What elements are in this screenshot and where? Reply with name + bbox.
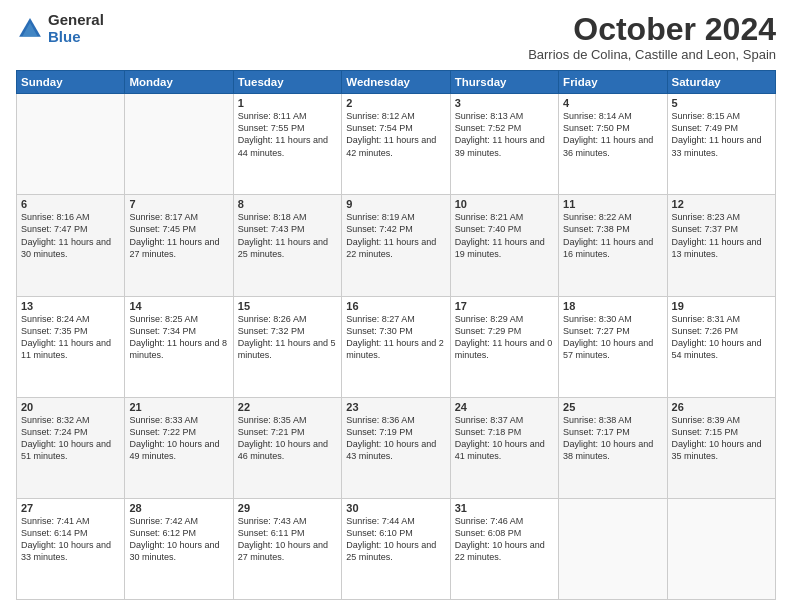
calendar-cell: 16Sunrise: 8:27 AM Sunset: 7:30 PM Dayli… [342, 296, 450, 397]
day-number: 17 [455, 300, 554, 312]
calendar-cell: 10Sunrise: 8:21 AM Sunset: 7:40 PM Dayli… [450, 195, 558, 296]
day-number: 28 [129, 502, 228, 514]
day-number: 8 [238, 198, 337, 210]
calendar-cell [17, 94, 125, 195]
calendar-cell: 17Sunrise: 8:29 AM Sunset: 7:29 PM Dayli… [450, 296, 558, 397]
calendar-cell: 4Sunrise: 8:14 AM Sunset: 7:50 PM Daylig… [559, 94, 667, 195]
calendar-cell: 29Sunrise: 7:43 AM Sunset: 6:11 PM Dayli… [233, 498, 341, 599]
day-info: Sunrise: 8:35 AM Sunset: 7:21 PM Dayligh… [238, 414, 337, 463]
day-info: Sunrise: 8:11 AM Sunset: 7:55 PM Dayligh… [238, 110, 337, 159]
day-info: Sunrise: 8:19 AM Sunset: 7:42 PM Dayligh… [346, 211, 445, 260]
calendar-cell [125, 94, 233, 195]
day-info: Sunrise: 8:25 AM Sunset: 7:34 PM Dayligh… [129, 313, 228, 362]
day-number: 29 [238, 502, 337, 514]
week-row-3: 13Sunrise: 8:24 AM Sunset: 7:35 PM Dayli… [17, 296, 776, 397]
day-info: Sunrise: 7:43 AM Sunset: 6:11 PM Dayligh… [238, 515, 337, 564]
calendar-cell: 28Sunrise: 7:42 AM Sunset: 6:12 PM Dayli… [125, 498, 233, 599]
week-row-2: 6Sunrise: 8:16 AM Sunset: 7:47 PM Daylig… [17, 195, 776, 296]
page: General Blue October 2024 Barrios de Col… [0, 0, 792, 612]
day-number: 21 [129, 401, 228, 413]
day-info: Sunrise: 8:30 AM Sunset: 7:27 PM Dayligh… [563, 313, 662, 362]
calendar-cell: 20Sunrise: 8:32 AM Sunset: 7:24 PM Dayli… [17, 397, 125, 498]
day-number: 5 [672, 97, 771, 109]
day-number: 1 [238, 97, 337, 109]
day-number: 27 [21, 502, 120, 514]
calendar: SundayMondayTuesdayWednesdayThursdayFrid… [16, 70, 776, 600]
calendar-cell: 12Sunrise: 8:23 AM Sunset: 7:37 PM Dayli… [667, 195, 775, 296]
calendar-cell: 15Sunrise: 8:26 AM Sunset: 7:32 PM Dayli… [233, 296, 341, 397]
calendar-cell: 5Sunrise: 8:15 AM Sunset: 7:49 PM Daylig… [667, 94, 775, 195]
day-info: Sunrise: 8:14 AM Sunset: 7:50 PM Dayligh… [563, 110, 662, 159]
day-number: 18 [563, 300, 662, 312]
day-header-monday: Monday [125, 71, 233, 94]
calendar-cell: 21Sunrise: 8:33 AM Sunset: 7:22 PM Dayli… [125, 397, 233, 498]
day-number: 16 [346, 300, 445, 312]
day-number: 11 [563, 198, 662, 210]
day-number: 26 [672, 401, 771, 413]
week-row-4: 20Sunrise: 8:32 AM Sunset: 7:24 PM Dayli… [17, 397, 776, 498]
day-number: 6 [21, 198, 120, 210]
calendar-cell: 3Sunrise: 8:13 AM Sunset: 7:52 PM Daylig… [450, 94, 558, 195]
day-info: Sunrise: 8:12 AM Sunset: 7:54 PM Dayligh… [346, 110, 445, 159]
day-header-tuesday: Tuesday [233, 71, 341, 94]
calendar-cell: 11Sunrise: 8:22 AM Sunset: 7:38 PM Dayli… [559, 195, 667, 296]
calendar-cell: 7Sunrise: 8:17 AM Sunset: 7:45 PM Daylig… [125, 195, 233, 296]
calendar-cell: 8Sunrise: 8:18 AM Sunset: 7:43 PM Daylig… [233, 195, 341, 296]
calendar-cell: 14Sunrise: 8:25 AM Sunset: 7:34 PM Dayli… [125, 296, 233, 397]
calendar-cell: 6Sunrise: 8:16 AM Sunset: 7:47 PM Daylig… [17, 195, 125, 296]
logo-general: General [48, 12, 104, 29]
header-row: SundayMondayTuesdayWednesdayThursdayFrid… [17, 71, 776, 94]
calendar-cell: 13Sunrise: 8:24 AM Sunset: 7:35 PM Dayli… [17, 296, 125, 397]
day-info: Sunrise: 8:27 AM Sunset: 7:30 PM Dayligh… [346, 313, 445, 362]
day-number: 31 [455, 502, 554, 514]
day-number: 13 [21, 300, 120, 312]
day-number: 19 [672, 300, 771, 312]
week-row-1: 1Sunrise: 8:11 AM Sunset: 7:55 PM Daylig… [17, 94, 776, 195]
logo-blue: Blue [48, 29, 104, 46]
calendar-cell: 19Sunrise: 8:31 AM Sunset: 7:26 PM Dayli… [667, 296, 775, 397]
day-number: 12 [672, 198, 771, 210]
calendar-cell: 22Sunrise: 8:35 AM Sunset: 7:21 PM Dayli… [233, 397, 341, 498]
day-number: 9 [346, 198, 445, 210]
calendar-cell: 31Sunrise: 7:46 AM Sunset: 6:08 PM Dayli… [450, 498, 558, 599]
day-number: 7 [129, 198, 228, 210]
logo: General Blue [16, 12, 104, 45]
calendar-cell: 25Sunrise: 8:38 AM Sunset: 7:17 PM Dayli… [559, 397, 667, 498]
calendar-cell: 18Sunrise: 8:30 AM Sunset: 7:27 PM Dayli… [559, 296, 667, 397]
day-number: 2 [346, 97, 445, 109]
day-info: Sunrise: 8:33 AM Sunset: 7:22 PM Dayligh… [129, 414, 228, 463]
day-header-sunday: Sunday [17, 71, 125, 94]
day-info: Sunrise: 8:32 AM Sunset: 7:24 PM Dayligh… [21, 414, 120, 463]
calendar-cell: 9Sunrise: 8:19 AM Sunset: 7:42 PM Daylig… [342, 195, 450, 296]
day-info: Sunrise: 7:42 AM Sunset: 6:12 PM Dayligh… [129, 515, 228, 564]
title-block: October 2024 Barrios de Colina, Castille… [528, 12, 776, 62]
day-number: 30 [346, 502, 445, 514]
day-number: 24 [455, 401, 554, 413]
day-info: Sunrise: 8:17 AM Sunset: 7:45 PM Dayligh… [129, 211, 228, 260]
day-info: Sunrise: 8:26 AM Sunset: 7:32 PM Dayligh… [238, 313, 337, 362]
calendar-body: 1Sunrise: 8:11 AM Sunset: 7:55 PM Daylig… [17, 94, 776, 600]
day-header-friday: Friday [559, 71, 667, 94]
day-number: 22 [238, 401, 337, 413]
day-number: 15 [238, 300, 337, 312]
week-row-5: 27Sunrise: 7:41 AM Sunset: 6:14 PM Dayli… [17, 498, 776, 599]
header: General Blue October 2024 Barrios de Col… [16, 12, 776, 62]
day-number: 20 [21, 401, 120, 413]
day-number: 10 [455, 198, 554, 210]
day-info: Sunrise: 7:46 AM Sunset: 6:08 PM Dayligh… [455, 515, 554, 564]
logo-text: General Blue [48, 12, 104, 45]
day-info: Sunrise: 8:24 AM Sunset: 7:35 PM Dayligh… [21, 313, 120, 362]
calendar-cell: 30Sunrise: 7:44 AM Sunset: 6:10 PM Dayli… [342, 498, 450, 599]
logo-icon [16, 15, 44, 43]
day-header-thursday: Thursday [450, 71, 558, 94]
main-title: October 2024 [528, 12, 776, 47]
day-info: Sunrise: 8:18 AM Sunset: 7:43 PM Dayligh… [238, 211, 337, 260]
day-info: Sunrise: 8:13 AM Sunset: 7:52 PM Dayligh… [455, 110, 554, 159]
day-info: Sunrise: 8:31 AM Sunset: 7:26 PM Dayligh… [672, 313, 771, 362]
day-header-saturday: Saturday [667, 71, 775, 94]
day-info: Sunrise: 8:22 AM Sunset: 7:38 PM Dayligh… [563, 211, 662, 260]
day-number: 25 [563, 401, 662, 413]
calendar-cell [559, 498, 667, 599]
calendar-cell [667, 498, 775, 599]
day-number: 14 [129, 300, 228, 312]
